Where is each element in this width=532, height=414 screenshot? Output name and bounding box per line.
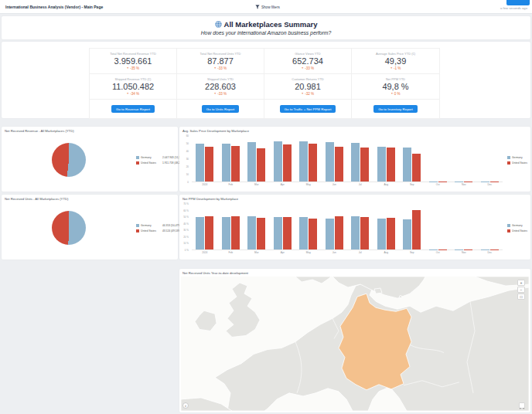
go-to-revenue-report-button[interactable]: Go to Revenue Report [111,105,155,113]
bar-germany[interactable] [222,144,230,182]
bar-germany[interactable] [196,217,204,249]
kpi-value: 652.734 [264,56,351,66]
bar-united-states[interactable] [309,219,317,249]
reset-view-button[interactable]: □ [517,294,525,300]
bar-united-states[interactable] [231,146,240,182]
zoom-in-button[interactable]: + [517,280,525,286]
page-title: All Marketplaces Summary [224,20,318,29]
kpi-delta-value: -33 % [217,92,227,96]
y-tick-label: 40 % [183,222,189,226]
kpi-total-net-received-units: Total Net Received Units YTD 87.877 ▼ -3… [177,49,264,74]
fullscreen-icon [520,408,524,411]
legend-value: 43.524 (49,53%) [162,229,181,232]
united-states-swatch [507,229,510,232]
bar-germany[interactable] [377,147,386,182]
legend-label: United States [141,229,161,232]
germany-swatch [507,156,510,159]
bar-germany[interactable] [274,217,282,249]
bar-united-states[interactable] [335,147,343,182]
x-axis-label: Oct [425,249,452,254]
kpi-label: Shipped Units YTD [177,77,264,81]
bar-germany[interactable] [377,219,386,249]
germany-swatch [507,224,510,227]
kpi-delta: ▼ -35 % [90,66,176,70]
pie-legend: Germany2.047.943 (51,72%) United States1… [136,156,185,166]
chart-legend: Germany United States [507,224,527,234]
bar-united-states[interactable] [257,148,265,182]
bar-united-states[interactable] [257,218,265,249]
zoom-out-button[interactable]: − [517,287,525,293]
bar-germany[interactable] [247,142,256,182]
bar-group: Feb [218,136,244,182]
kpi-label: Total Net Received Revenue YTD [90,52,176,56]
bar-united-states[interactable] [412,154,421,182]
go-to-traffic-netppm-report-button[interactable]: Go to Traffic + Net PPM Report [280,105,336,113]
bar-germany[interactable] [351,143,360,182]
go-to-inventory-report-button[interactable]: Go to Inventory Report [373,105,417,113]
bar-group: Aug [373,204,400,249]
report-title: International Business Analysis (Vendor)… [5,0,103,14]
bar-germany[interactable] [403,219,411,249]
bar-group: May [295,204,322,249]
bar-group: Feb [218,204,244,249]
y-tick-label: 30 [186,158,189,161]
bar-group: Mar [244,136,270,182]
x-axis-label: Mar [244,249,270,254]
bar-united-states[interactable] [283,144,292,182]
bar-germany[interactable] [274,141,282,182]
show-filters-button[interactable]: Show filters [255,0,280,14]
bar-group: Jul [347,136,373,182]
x-axis-label: Aug [373,249,400,254]
bar-united-states[interactable] [231,216,240,249]
bar-germany[interactable] [326,219,334,249]
kpi-delta: ▼ -34 % [90,92,176,96]
kpi-label: Customer Returns YTD [264,77,351,81]
bar-group: Dec [477,136,503,182]
kpi-delta-value: -33 % [305,66,314,70]
bar-united-states[interactable] [205,216,213,249]
x-axis-label: Nov [451,182,477,186]
bar-group: Sep [399,136,425,182]
bar-germany[interactable] [196,144,204,182]
back-arrow-button[interactable]: ‹ [182,402,189,409]
kpi-value: 20.981 [264,82,351,91]
bar-germany[interactable] [222,217,230,249]
bar-germany[interactable] [351,216,360,249]
bar-united-states[interactable] [387,218,395,249]
bar-united-states[interactable] [360,217,369,249]
avg-sales-price-bar-card: Avg. Sales Price Development by Marketpl… [179,127,530,192]
bar-united-states[interactable] [412,210,421,249]
x-axis-label: Dec [477,182,503,186]
europe-map[interactable]: + − □ ‹ [181,277,529,411]
legend-label: Germany [141,224,161,227]
kpi-delta-value: -34 % [130,92,139,96]
bar-united-states[interactable] [205,147,213,182]
pie-chart[interactable] [52,211,86,245]
summary-header: All Marketplaces Summary How does your i… [2,16,530,39]
y-tick-label: 50 % [183,215,189,219]
bar-united-states[interactable] [360,148,369,182]
x-axis-label: Mar [244,182,270,186]
bar-germany[interactable] [247,216,256,249]
go-to-units-report-button[interactable]: Go to Units Report [202,105,239,113]
bar-germany[interactable] [326,142,334,182]
pie-chart[interactable] [52,143,86,177]
kpi-delta: ▼ -33 % [177,66,264,70]
bar-germany[interactable] [299,217,308,249]
top-action-button[interactable] [506,0,530,5]
bar-group: 2024 [192,136,218,182]
bar-united-states[interactable] [387,148,395,182]
kpi-delta-value: 0 % [394,92,401,96]
net-received-revenue-pie-card: Net Received Revenue - All Marketplaces … [2,127,178,192]
fullscreen-button[interactable] [519,402,525,409]
map-island [399,296,401,298]
bar-united-states[interactable] [309,144,317,182]
y-tick-label: 50 [186,142,189,145]
bar-germany[interactable] [299,141,308,182]
kpi-value: 11.050.482 [90,82,176,91]
bar-germany[interactable] [403,148,411,182]
map-zoom-controls: + − □ [517,280,525,300]
bar-united-states[interactable] [283,217,292,249]
bar-united-states[interactable] [335,216,343,249]
bar-group: May [295,136,322,182]
